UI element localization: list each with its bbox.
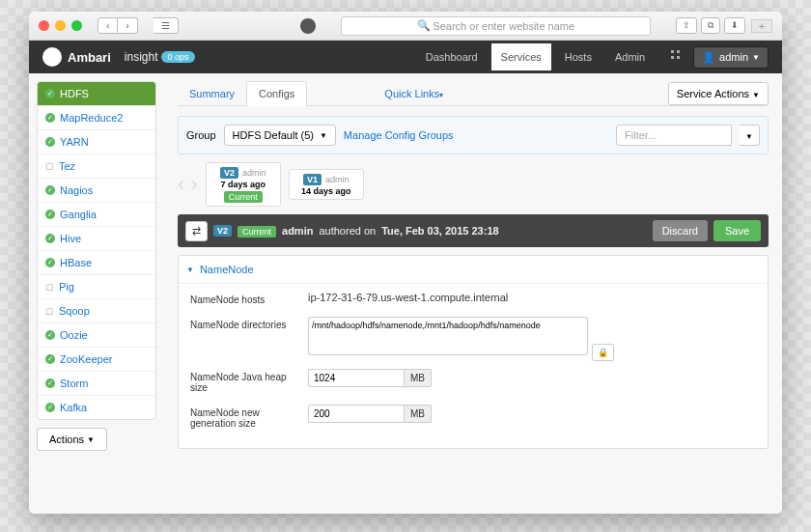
current-badge: Current: [224, 191, 263, 203]
config-row: NameNode directories/mnt/hadoop/hdfs/nam…: [190, 317, 756, 357]
sidebar-item-oozie[interactable]: ✓Oozie: [38, 323, 155, 348]
version-bar: ⇄ V2 Current admin authored on Tue, Feb …: [178, 214, 769, 247]
sidebar-item-label: HBase: [60, 257, 92, 268]
close-dot[interactable]: [39, 20, 49, 31]
section-header[interactable]: ▼NameNode: [179, 256, 768, 284]
download-icon[interactable]: ⬇: [724, 17, 745, 34]
maximize-dot[interactable]: [71, 20, 82, 31]
version-prev-icon[interactable]: ‹ ›: [178, 172, 198, 197]
config-label: NameNode Java heap size: [190, 369, 296, 393]
config-input[interactable]: [308, 405, 405, 423]
ops-badge[interactable]: 0 ops: [161, 51, 194, 63]
sidebar-actions-button[interactable]: Actions ▼: [37, 428, 107, 451]
config-input[interactable]: [308, 369, 405, 387]
status-ok-icon: ✓: [45, 234, 55, 243]
sidebar-item-label: Kafka: [60, 402, 87, 413]
version-history: ‹ › V2admin 7 days ago Current V1admin 1…: [178, 162, 769, 207]
shuffle-icon[interactable]: ⇄: [185, 221, 208, 241]
group-select[interactable]: HDFS Default (5)▼: [224, 125, 336, 146]
sidebar-item-label: Tez: [59, 160, 75, 172]
client-icon: ▢: [45, 282, 54, 292]
nav-admin[interactable]: Admin: [605, 43, 655, 70]
address-bar[interactable]: 🔍 Search or enter website name: [341, 16, 651, 36]
cluster-name[interactable]: insight: [125, 50, 158, 64]
status-ok-icon: ✓: [45, 210, 55, 219]
status-ok-icon: ✓: [45, 378, 55, 388]
version-card-v1[interactable]: V1admin 14 days ago: [289, 169, 364, 200]
nav-back-forward[interactable]: ‹›: [98, 17, 138, 34]
tab-configs[interactable]: Configs: [246, 81, 307, 106]
status-ok-icon: ✓: [45, 113, 55, 123]
sidebar-item-sqoop[interactable]: ▢Sqoop: [38, 299, 155, 323]
top-nav: Ambari insight 0 ops Dashboard Services …: [29, 41, 782, 73]
filter-input[interactable]: Filter...: [616, 125, 732, 146]
unit-label: MB: [405, 405, 432, 423]
status-ok-icon: ✓: [45, 137, 55, 147]
sidebar-item-label: Sqoop: [59, 305, 90, 317]
nav-services[interactable]: Services: [491, 43, 551, 70]
status-ok-icon: ✓: [45, 403, 55, 412]
discard-button[interactable]: Discard: [653, 220, 708, 241]
version-card-v2[interactable]: V2admin 7 days ago Current: [206, 162, 281, 207]
service-actions-button[interactable]: Service Actions ▼: [668, 82, 769, 105]
main-panel: Summary Configs Quick Links▾ Service Act…: [164, 73, 782, 514]
sidebar-item-label: MapReduce2: [60, 112, 123, 124]
status-ok-icon: ✓: [45, 258, 55, 267]
bar-author: admin: [282, 225, 313, 237]
apps-grid-icon[interactable]: [658, 42, 689, 71]
search-icon: 🔍: [417, 19, 431, 32]
unit-label: MB: [405, 369, 432, 387]
sidebar-item-label: Oozie: [60, 329, 88, 341]
config-row: NameNode Java heap sizeMB: [190, 369, 756, 393]
sidebar-item-zookeeper[interactable]: ✓ZooKeeper: [38, 348, 155, 372]
sidebar-item-yarn[interactable]: ✓YARN: [38, 130, 155, 154]
client-icon: ▢: [45, 161, 54, 171]
status-ok-icon: ✓: [45, 185, 55, 195]
window-titlebar: ‹› ☰ 🔍 Search or enter website name ⇪ ⧉ …: [29, 12, 782, 41]
sidebar-item-hbase[interactable]: ✓HBase: [38, 251, 155, 275]
manage-config-groups[interactable]: Manage Config Groups: [344, 129, 454, 141]
collapse-icon: ▼: [186, 266, 194, 274]
sidebar-item-hive[interactable]: ✓Hive: [38, 227, 155, 251]
sidebar-item-kafka[interactable]: ✓Kafka: [38, 396, 155, 419]
sidebar-item-label: Pig: [59, 281, 74, 293]
tabs-icon[interactable]: ⧉: [701, 17, 720, 34]
bar-version-badge: V2: [213, 225, 232, 237]
sidebar-item-nagios[interactable]: ✓Nagios: [38, 179, 155, 203]
nav-dashboard[interactable]: Dashboard: [416, 43, 488, 70]
config-label: NameNode directories: [190, 317, 296, 330]
sidebar-item-label: Ganglia: [60, 209, 97, 220]
sidebar-item-label: Storm: [60, 378, 88, 389]
status-ok-icon: ✓: [45, 330, 55, 340]
sidebar-item-label: ZooKeeper: [60, 353, 112, 365]
sidebar-item-ganglia[interactable]: ✓Ganglia: [38, 203, 155, 227]
sidebar-item-mapreduce2[interactable]: ✓MapReduce2: [38, 106, 155, 130]
group-label: Group: [186, 129, 216, 141]
status-ok-icon: ✓: [45, 354, 55, 364]
sidebar-item-pig[interactable]: ▢Pig: [38, 275, 155, 299]
save-button[interactable]: Save: [713, 220, 761, 241]
quick-links[interactable]: Quick Links▾: [384, 88, 443, 99]
sidebar-item-storm[interactable]: ✓Storm: [38, 372, 155, 396]
config-row: NameNode new generation sizeMB: [190, 405, 756, 429]
sidebar-item-hdfs[interactable]: ✓HDFS: [38, 82, 155, 106]
ambari-logo: [42, 47, 62, 67]
config-value: ip-172-31-6-79.us-west-1.compute.interna…: [308, 292, 508, 303]
share-icon[interactable]: ⇪: [676, 17, 697, 34]
lock-icon[interactable]: 🔒: [592, 344, 614, 361]
sidebar-item-tez[interactable]: ▢Tez: [38, 154, 155, 179]
config-label: NameNode hosts: [190, 292, 296, 305]
bar-current-badge: Current: [238, 226, 276, 238]
new-tab-button[interactable]: +: [751, 19, 772, 33]
nav-hosts[interactable]: Hosts: [555, 43, 601, 70]
tab-summary[interactable]: Summary: [178, 82, 246, 105]
config-group-panel: Group HDFS Default (5)▼ Manage Config Gr…: [178, 116, 769, 154]
client-icon: ▢: [45, 306, 54, 316]
brand[interactable]: Ambari: [68, 50, 111, 65]
sidebar-item-label: HDFS: [60, 88, 89, 99]
config-textarea[interactable]: /mnt/hadoop/hdfs/namenode,/mnt1/hadoop/h…: [308, 317, 588, 355]
minimize-dot[interactable]: [55, 20, 66, 31]
sidebar-toggle[interactable]: ☰: [154, 17, 179, 34]
filter-dropdown[interactable]: ▼: [740, 125, 760, 146]
user-menu[interactable]: 👤 admin ▼: [693, 46, 769, 69]
